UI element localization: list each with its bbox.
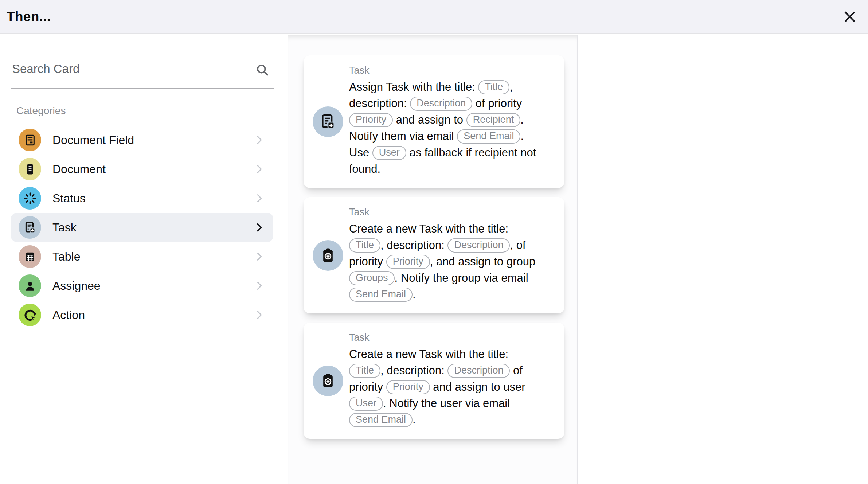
sidebar-item-label: Status [52,192,86,205]
task-card-create-group[interactable]: Task Create a new Task with the title: T… [304,197,564,313]
placeholder-chip: Priority [386,380,430,394]
sidebar-item-task[interactable]: Task [11,213,273,242]
placeholder-chip: Send Email [349,413,413,427]
card-body: Task Create a new Task with the title: T… [349,207,542,302]
card-body: Task Create a new Task with the title: T… [349,332,542,428]
detail-panel [578,35,868,484]
placeholder-chip: Title [349,238,380,253]
placeholder-chip: Groups [349,271,395,285]
sidebar-item-action[interactable]: Action [11,300,273,329]
sidebar-item-label: Document Field [52,133,134,147]
placeholder-chip: Description [410,97,472,111]
placeholder-chip: Priority [349,113,393,127]
placeholder-chip: Title [478,80,509,94]
chevron-right-icon [254,280,265,291]
chevron-right-icon [254,164,265,175]
category-sidebar: Categories Document Field [0,35,288,484]
search-icon [254,62,270,78]
dialog-header: Then... [0,0,868,34]
dialog-body: Categories Document Field [0,35,868,484]
sidebar-item-table[interactable]: Table [11,242,273,271]
placeholder-chip: User [372,146,406,160]
dialog-title: Then... [7,9,51,24]
card-description: Create a new Task with the title: Title,… [349,220,542,302]
placeholder-chip: User [349,397,383,411]
task-icon [19,216,41,239]
document-field-icon [19,129,41,151]
search-input[interactable] [11,55,274,88]
table-icon [19,245,41,268]
sidebar-item-status[interactable]: Status [11,184,273,213]
search-card-field [11,55,274,89]
category-list: Document Field Document [11,125,273,329]
then-dialog: Then... Categories [0,0,868,484]
sidebar-item-document[interactable]: Document [11,155,273,184]
sidebar-item-label: Table [52,250,81,264]
chevron-right-icon [254,251,265,262]
sidebar-item-label: Task [52,221,77,234]
create-task-icon [313,240,343,271]
placeholder-chip: Send Email [349,288,413,302]
chevron-right-icon [254,134,265,145]
task-card-assign[interactable]: Task Assign Task with the title: Title, … [304,55,564,188]
card-category-label: Task [349,332,542,343]
card-description: Assign Task with the title: Title, descr… [349,79,542,177]
close-button[interactable] [841,8,859,26]
card-description: Create a new Task with the title: Title,… [349,346,542,428]
task-card-create-user[interactable]: Task Create a new Task with the title: T… [304,323,564,439]
assignee-icon [19,274,41,297]
placeholder-chip: Description [447,364,510,378]
placeholder-chip: Send Email [457,129,520,144]
card-results-panel: Task Assign Task with the title: Title, … [288,35,578,484]
close-icon [842,9,857,24]
placeholder-chip: Title [349,364,380,378]
chevron-right-icon [254,193,265,204]
assign-task-icon [313,106,343,137]
sidebar-item-label: Assignee [52,279,101,293]
chevron-right-icon [254,222,265,233]
status-icon [19,187,41,210]
sidebar-item-label: Document [52,163,106,176]
card-body: Task Assign Task with the title: Title, … [349,65,542,177]
card-category-label: Task [349,207,542,218]
placeholder-chip: Description [447,238,510,253]
card-category-label: Task [349,65,542,76]
placeholder-chip: Priority [386,255,430,269]
sidebar-item-document-field[interactable]: Document Field [11,125,273,155]
create-task-icon [313,366,343,396]
placeholder-chip: Recipient [466,113,521,127]
sidebar-item-label: Action [52,308,85,322]
categories-label: Categories [16,105,66,117]
sidebar-item-assignee[interactable]: Assignee [11,271,273,300]
action-icon [19,304,41,326]
chevron-right-icon [254,309,265,320]
document-icon [19,158,41,180]
